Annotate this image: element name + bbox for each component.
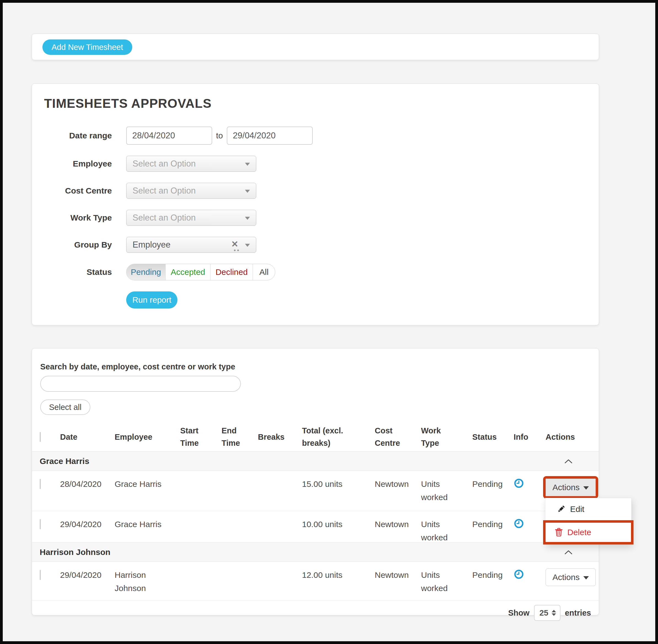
caret-down-icon [583, 576, 589, 579]
actions-button[interactable]: Actions [546, 569, 596, 586]
employee-label: Employee [32, 159, 112, 168]
search-input[interactable] [40, 376, 241, 392]
run-report-row: Run report [32, 292, 599, 308]
annotation-highlight-box: Actions [543, 476, 598, 499]
menu-item-delete[interactable]: Delete [543, 520, 633, 545]
select-all-button[interactable]: Select all [40, 399, 90, 415]
cell-total: 15.00 units [302, 478, 375, 491]
work-type-select[interactable]: Select an Option [126, 210, 256, 226]
header-employee: Employee [115, 431, 180, 443]
status-segmented-control: Pending Accepted Declined All [126, 264, 275, 280]
group-row-harrison-johnson: Harrison Johnson [32, 543, 599, 562]
add-timesheet-card: Add New Timesheet [32, 33, 599, 60]
cell-status: Pending [472, 478, 514, 491]
cost-centre-select-placeholder: Select an Option [133, 186, 196, 196]
cell-employee: Harrison Johnson [115, 569, 180, 595]
run-report-button[interactable]: Run report [126, 292, 178, 308]
cell-date: 29/04/2020 [60, 569, 115, 582]
group-by-select[interactable]: Employee ✕ [126, 237, 256, 253]
group-by-value: Employee [133, 240, 170, 250]
chevron-down-icon [245, 190, 250, 193]
cost-centre-label: Cost Centre [32, 186, 112, 196]
select-all-checkbox[interactable] [40, 432, 41, 442]
status-option-accepted[interactable]: Accepted [166, 264, 211, 280]
employee-select-placeholder: Select an Option [133, 159, 196, 169]
timesheets-table-card: Search by date, employee, cost centre or… [32, 348, 599, 615]
clock-info-icon[interactable] [514, 518, 524, 529]
chevron-up-icon[interactable] [564, 550, 572, 556]
spinner-arrows-icon [551, 610, 556, 616]
header-work-type: Work Type [421, 424, 452, 450]
search-label: Search by date, employee, cost centre or… [40, 362, 599, 371]
row-checkbox[interactable] [40, 570, 41, 580]
actions-button[interactable]: Actions [546, 479, 596, 496]
date-range-label: Date range [32, 131, 112, 140]
row-checkbox[interactable] [40, 519, 41, 529]
date-range-row: Date range to [32, 127, 599, 145]
table-footer: Show 25 entries [32, 600, 599, 621]
group-name: Harrison Johnson [40, 548, 546, 557]
header-actions: Actions [546, 431, 591, 443]
actions-button-label: Actions [553, 483, 580, 492]
group-name: Grace Harris [40, 457, 546, 466]
caret-down-icon [583, 486, 589, 490]
entries-per-page-value: 25 [540, 608, 548, 618]
status-option-pending[interactable]: Pending [126, 264, 166, 280]
date-from-input[interactable] [126, 127, 212, 145]
page-title: TIMESHEETS APPROVALS [44, 96, 599, 111]
cell-employee: Grace Harris [115, 478, 180, 491]
menu-item-edit[interactable]: Edit [545, 498, 631, 520]
timesheets-table: Date Employee Start Time End Time Breaks… [32, 423, 599, 621]
cost-centre-select[interactable]: Select an Option [126, 183, 256, 199]
cell-cost-centre: Newtown [375, 518, 421, 531]
status-option-all[interactable]: All [253, 264, 275, 280]
cell-employee: Grace Harris [115, 518, 180, 531]
employee-row: Employee Select an Option [32, 156, 599, 172]
work-type-row: Work Type Select an Option [32, 210, 599, 226]
entries-label: entries [565, 608, 591, 618]
work-type-select-placeholder: Select an Option [133, 213, 196, 223]
cell-work-type: Units worked [421, 478, 472, 504]
header-breaks: Breaks [258, 431, 302, 443]
header-info: Info [514, 431, 546, 443]
cell-cost-centre: Newtown [375, 569, 421, 582]
actions-dropdown-menu: Edit Delete [545, 498, 632, 545]
menu-item-delete-label: Delete [567, 528, 591, 537]
table-row: 29/04/2020 Harrison Johnson 12.00 units … [32, 562, 599, 600]
header-status: Status [472, 431, 514, 443]
cell-date: 28/04/2020 [60, 478, 115, 491]
date-to-input[interactable] [227, 127, 313, 145]
actions-button-label: Actions [553, 573, 580, 582]
cell-work-type: Units worked [421, 569, 472, 595]
cell-date: 29/04/2020 [60, 518, 115, 531]
header-start-time: Start Time [180, 424, 211, 450]
filters-form: Date range to Employee Select an Option … [32, 127, 599, 308]
cell-status: Pending [472, 569, 514, 582]
cost-centre-row: Cost Centre Select an Option [32, 183, 599, 199]
pencil-icon [556, 505, 566, 514]
cell-status: Pending [472, 518, 514, 531]
entries-per-page-select[interactable]: 25 [534, 605, 561, 621]
cell-cost-centre: Newtown [375, 478, 421, 491]
clear-selection-icon[interactable]: ✕ [231, 239, 238, 249]
row-checkbox[interactable] [40, 479, 41, 489]
clock-info-icon[interactable] [514, 478, 524, 488]
trash-icon [555, 528, 563, 537]
employee-select[interactable]: Select an Option [126, 156, 256, 172]
header-total: Total (excl. breaks) [302, 424, 352, 450]
show-label: Show [508, 608, 529, 618]
clock-info-icon[interactable] [514, 569, 524, 579]
cell-work-type: Units worked [421, 518, 472, 544]
status-option-declined[interactable]: Declined [211, 264, 253, 280]
table-row: 28/04/2020 Grace Harris 15.00 units Newt… [32, 471, 599, 511]
cell-total: 12.00 units [302, 569, 375, 582]
status-label: Status [32, 268, 112, 277]
chevron-up-icon[interactable] [564, 459, 572, 465]
header-end-time: End Time [221, 424, 252, 450]
group-by-label: Group By [32, 240, 112, 250]
add-new-timesheet-button[interactable]: Add New Timesheet [42, 40, 132, 55]
work-type-label: Work Type [32, 213, 112, 223]
date-to-separator: to [216, 131, 223, 140]
header-cost-centre: Cost Centre [375, 424, 406, 450]
chevron-down-icon [245, 217, 250, 220]
